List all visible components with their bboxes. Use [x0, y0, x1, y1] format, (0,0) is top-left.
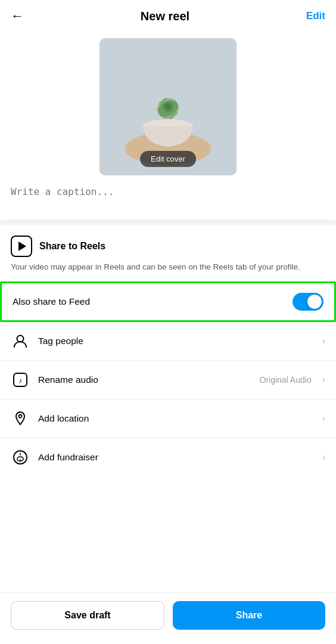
location-icon [11, 409, 30, 428]
add-fundraiser-chevron-icon: › [322, 452, 325, 463]
add-location-row[interactable]: Add location › [0, 400, 336, 438]
tag-people-label: Tag people [38, 336, 314, 346]
menu-list: Tag people › ♪ Rename audio Original Aud… [0, 322, 336, 476]
share-reels-title: Share to Reels [39, 241, 105, 252]
play-triangle-icon [18, 242, 26, 251]
rename-audio-value: Original Audio [260, 375, 312, 385]
bottom-spacer [0, 476, 336, 536]
also-share-toggle[interactable] [293, 293, 323, 311]
rename-audio-chevron-icon: › [322, 374, 325, 385]
toggle-knob [307, 295, 322, 309]
edit-cover-button[interactable]: Edit cover [140, 151, 196, 167]
add-fundraiser-row[interactable]: Add fundraiser › [0, 438, 336, 476]
rename-audio-label: Rename audio [38, 374, 251, 385]
share-reels-section: Share to Reels Your video may appear in … [0, 225, 336, 281]
share-reels-description: Your video may appear in Reels and can b… [11, 262, 325, 273]
fundraiser-icon [11, 448, 30, 467]
add-location-chevron-icon: › [322, 413, 325, 424]
tag-people-icon [11, 332, 30, 351]
cover-section: Edit cover [0, 32, 336, 175]
svg-point-11 [165, 104, 171, 110]
share-reels-header: Share to Reels [11, 236, 325, 257]
header: ← New reel Edit [0, 0, 336, 32]
bottom-bar: Save draft Share [0, 592, 336, 644]
edit-button[interactable]: Edit [306, 10, 325, 22]
caption-section [0, 175, 336, 219]
back-button[interactable]: ← [11, 8, 24, 24]
share-button[interactable]: Share [173, 601, 325, 630]
page-title: New reel [141, 10, 189, 23]
tag-people-chevron-icon: › [322, 336, 325, 346]
section-divider [0, 220, 336, 225]
caption-input[interactable] [11, 186, 325, 209]
also-share-label: Also share to Feed [13, 296, 90, 307]
add-location-label: Add location [38, 413, 314, 424]
also-share-to-feed-row[interactable]: Also share to Feed [0, 281, 336, 322]
save-draft-button[interactable]: Save draft [11, 601, 164, 630]
svg-point-15 [19, 414, 22, 417]
cover-container: Edit cover [99, 38, 237, 175]
reels-icon [11, 236, 32, 257]
svg-point-12 [17, 335, 24, 342]
rename-audio-icon: ♪ [11, 370, 30, 389]
tag-people-row[interactable]: Tag people › [0, 322, 336, 361]
rename-audio-row[interactable]: ♪ Rename audio Original Audio › [0, 361, 336, 400]
add-fundraiser-label: Add fundraiser [38, 452, 314, 463]
svg-text:♪: ♪ [18, 376, 22, 385]
